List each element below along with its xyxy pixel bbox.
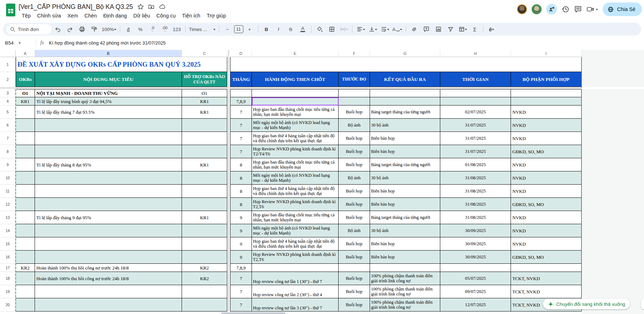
cell-C14[interactable] bbox=[182, 224, 227, 237]
menu-help[interactable]: Trợ giúp bbox=[203, 12, 229, 21]
cell-H18[interactable]: 05/07/2025 bbox=[440, 272, 511, 285]
fill-color-button[interactable] bbox=[314, 24, 325, 34]
insert-chart-button[interactable] bbox=[433, 24, 444, 34]
cell-D20[interactable]: 7 bbox=[230, 298, 252, 312]
column-header-G[interactable]: G bbox=[370, 50, 440, 57]
cell-F9[interactable]: Buổi họp bbox=[339, 158, 370, 171]
cell-B16[interactable] bbox=[35, 251, 182, 264]
cell-B7[interactable] bbox=[35, 132, 182, 145]
cell-D12[interactable]: 8 bbox=[230, 198, 252, 211]
cell-D5[interactable]: 7 bbox=[230, 105, 252, 119]
column-header-F[interactable]: F bbox=[339, 50, 370, 57]
cell-G20[interactable]: 100% phòng chậm thanh toán điền giải trì… bbox=[370, 298, 440, 312]
cell-E17[interactable] bbox=[252, 264, 339, 272]
cell-C3[interactable]: O1 bbox=[182, 89, 227, 97]
cell-E19[interactable]: Họp review công nợ lần 2 (30") - thứ 4 bbox=[252, 285, 339, 298]
header-okrs[interactable]: OKRs bbox=[16, 72, 35, 87]
cell-I5[interactable]: NVKD bbox=[511, 105, 582, 119]
cell-D18[interactable]: 7 bbox=[230, 272, 252, 285]
cell-A1-title[interactable]: ĐỀ XUẤT XÂY DỰNG OKRs CẤP PHÒNG BAN QUÝ … bbox=[16, 57, 227, 72]
row-number-11[interactable]: 11 bbox=[0, 185, 16, 198]
row-number-13[interactable]: 13 bbox=[0, 211, 16, 224]
row-number-2[interactable]: 2 bbox=[0, 72, 16, 87]
row-number-20[interactable]: 20 bbox=[0, 298, 16, 312]
cell-B18[interactable]: Hoàn thành 100% thu hồi công nợ trước 24… bbox=[35, 272, 182, 285]
currency-format-button[interactable]: đ bbox=[123, 24, 134, 34]
decrease-decimal-button[interactable]: .0← bbox=[147, 24, 158, 34]
cell-I8[interactable]: GĐKD, SO, MO bbox=[511, 145, 582, 158]
cell-D9[interactable]: 8 bbox=[230, 158, 252, 171]
cell-C19[interactable] bbox=[182, 285, 227, 298]
cell-B8[interactable] bbox=[35, 145, 182, 158]
cell-D13[interactable]: 9 bbox=[230, 211, 252, 224]
cell-F7[interactable]: Buổi họp bbox=[339, 132, 370, 145]
formula-input[interactable]: Kí hợp đồng thành công 42 phòng mới trướ… bbox=[49, 40, 166, 46]
share-button[interactable]: Chia Sẻ bbox=[603, 2, 642, 16]
cell-F17[interactable] bbox=[339, 264, 370, 272]
column-header-E[interactable]: E bbox=[252, 50, 339, 57]
header-noi-dung-muc-tieu[interactable]: NỘI DUNG MỤC TIÊU bbox=[35, 72, 182, 87]
more-formats-button[interactable]: 123 bbox=[171, 24, 183, 34]
cell-D14[interactable]: 9 bbox=[230, 224, 252, 237]
cell-A4[interactable]: KR1 bbox=[16, 97, 35, 105]
cell-F19[interactable]: Buổi họp bbox=[339, 285, 370, 298]
cell-I12[interactable]: GĐKD, SO, MO bbox=[511, 198, 582, 211]
cell-B14[interactable] bbox=[35, 224, 182, 237]
doc-title[interactable]: [Ver1_CẤP PHÒNG BAN]_Bộ KA Q3.25 bbox=[19, 3, 133, 11]
insert-link-button[interactable] bbox=[409, 24, 420, 34]
cell-I14[interactable]: NVKD bbox=[511, 224, 582, 237]
cell-A12[interactable] bbox=[16, 198, 35, 211]
cell-C16[interactable] bbox=[182, 251, 227, 264]
comment-history-icon[interactable] bbox=[574, 5, 582, 13]
cell-C13[interactable]: KR1 bbox=[182, 211, 227, 224]
cell-I9[interactable]: NVKD bbox=[511, 158, 582, 171]
star-icon[interactable] bbox=[137, 4, 144, 10]
suggestion-dismiss-stub[interactable] bbox=[641, 299, 644, 309]
paint-format-button[interactable] bbox=[88, 24, 100, 34]
cell-I15[interactable]: NVKD bbox=[511, 237, 582, 251]
row-number-18[interactable]: 18 bbox=[0, 272, 16, 285]
cell-D17[interactable]: 7,8,9 bbox=[230, 264, 252, 272]
header-thuoc-do[interactable]: THƯỚC ĐO bbox=[339, 72, 370, 87]
cell-H17[interactable] bbox=[440, 264, 511, 272]
cell-F11[interactable]: Buổi họp bbox=[339, 185, 370, 198]
header-thoi-gian[interactable]: THỜI GIAN bbox=[440, 72, 511, 87]
cell-B19[interactable] bbox=[35, 285, 182, 298]
cell-E15[interactable]: Họp giao ban thứ 4 hàng tuần cập nhật ti… bbox=[252, 237, 339, 251]
cell-F16[interactable]: Buổi họp bbox=[339, 251, 370, 264]
row-number-8[interactable]: 8 bbox=[0, 145, 16, 158]
cell-E16[interactable]: Họp Review NVKD phòng kinh doanh định kì… bbox=[252, 251, 339, 264]
cell-C5[interactable]: KR1 bbox=[182, 105, 227, 119]
cell-C11[interactable] bbox=[182, 185, 227, 198]
cell-G7[interactable]: Biên bản họp bbox=[370, 132, 440, 145]
cell-H16[interactable]: 30/09/2025 bbox=[440, 251, 511, 264]
column-header-H[interactable]: H bbox=[440, 50, 511, 57]
presence-people-icon[interactable] bbox=[546, 4, 557, 15]
menu-view[interactable]: Xem bbox=[64, 12, 81, 21]
menu-extensions[interactable]: Tiện ích bbox=[179, 12, 203, 21]
row-number-12[interactable]: 12 bbox=[0, 198, 16, 211]
row-number-17[interactable]: 17 bbox=[0, 264, 16, 272]
cell-D8[interactable]: 7 bbox=[230, 145, 252, 158]
cell-E9[interactable]: Họp giao ban đầu tháng chốt mục tiêu từn… bbox=[252, 158, 339, 171]
row-number-9[interactable]: 9 bbox=[0, 158, 16, 171]
cell-C4[interactable]: KR1 bbox=[182, 97, 227, 105]
cell-H6[interactable]: 31/07/2025 bbox=[440, 119, 511, 132]
text-wrap-button[interactable] bbox=[379, 24, 391, 34]
cell-F8[interactable]: Buổi họp bbox=[339, 145, 370, 158]
cell-H5[interactable]: 02/07/2025 bbox=[440, 105, 511, 119]
cell-A16[interactable] bbox=[16, 251, 35, 264]
row-number-19[interactable]: 19 bbox=[0, 285, 16, 298]
cell-A9[interactable] bbox=[16, 158, 35, 171]
row-number-6[interactable]: 6 bbox=[0, 119, 16, 132]
cell-E12[interactable]: Họp Review NVKD phòng kinh doanh định kì… bbox=[252, 198, 339, 211]
cell-B3[interactable]: NỘI TẠI MẠNH - DOANH THU VỮNG bbox=[35, 89, 182, 97]
cell-G3[interactable] bbox=[370, 89, 440, 97]
zoom-select[interactable]: 100% bbox=[101, 24, 117, 34]
decrease-font-size-button[interactable]: − bbox=[222, 24, 233, 34]
cell-F20[interactable]: Buổi họp bbox=[339, 298, 370, 312]
italic-button[interactable]: I bbox=[273, 24, 284, 34]
redo-button[interactable] bbox=[64, 24, 76, 34]
cell-F15[interactable]: Buổi họp bbox=[339, 237, 370, 251]
print-button[interactable] bbox=[76, 24, 88, 34]
